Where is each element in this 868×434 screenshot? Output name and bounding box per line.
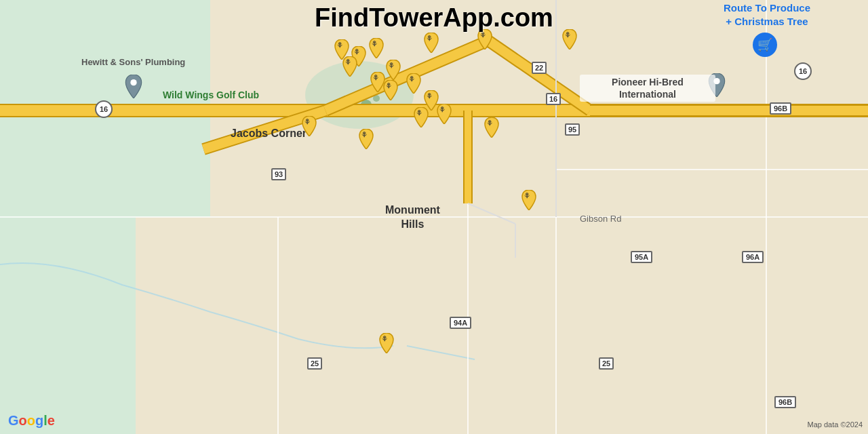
pioneer-label: Pioneer Hi-Bred International (580, 75, 715, 102)
badge-95a: 95A (631, 251, 652, 263)
cart-marker[interactable]: 🛒 (753, 33, 777, 57)
svg-point-5 (361, 100, 372, 111)
badge-22: 22 (532, 62, 547, 74)
badge-96a: 96A (742, 251, 764, 263)
jacobs-corner-label: Jacobs Corner (231, 127, 307, 140)
svg-line-19 (488, 41, 590, 111)
badge-25-left: 25 (307, 357, 322, 370)
badge-25-right: 25 (599, 357, 614, 370)
tower-marker[interactable] (335, 39, 349, 60)
route-label-line1: Route To Produce (724, 2, 810, 14)
svg-line-20 (488, 41, 590, 111)
monument-hills-label: MonumentHills (385, 203, 440, 232)
badge-16-mid: 16 (546, 93, 561, 105)
badge-95: 95 (565, 123, 580, 136)
svg-line-18 (326, 41, 488, 111)
badge-16-topright: 16 (794, 62, 812, 80)
badge-94a: 94A (450, 317, 471, 329)
wild-wings-label: Wild Wings Golf Club (159, 88, 262, 102)
map-data-label: Map data ©2024 (808, 420, 863, 429)
badge-16-left: 16 (95, 100, 113, 118)
svg-line-23 (468, 203, 515, 224)
badge-96b-top: 96B (770, 102, 791, 115)
hewitt-plumbing-label: Hewitt & Sons' Plumbing (78, 56, 189, 68)
map-container: FindTowerApp.com Route To Produce + Chri… (0, 0, 868, 434)
badge-96b-bottom: 96B (774, 396, 796, 408)
top-right-label[interactable]: Route To Produce + Christmas Tree (724, 1, 810, 28)
site-title: FindTowerApp.com (315, 3, 553, 33)
svg-point-6 (373, 95, 380, 102)
route-label-line2: + Christmas Tree (726, 16, 808, 27)
badge-93: 93 (271, 168, 286, 180)
gibson-rd-label: Gibson Rd (580, 214, 621, 224)
svg-line-17 (326, 41, 488, 111)
google-logo: Google (8, 413, 55, 429)
svg-point-4 (305, 61, 414, 129)
